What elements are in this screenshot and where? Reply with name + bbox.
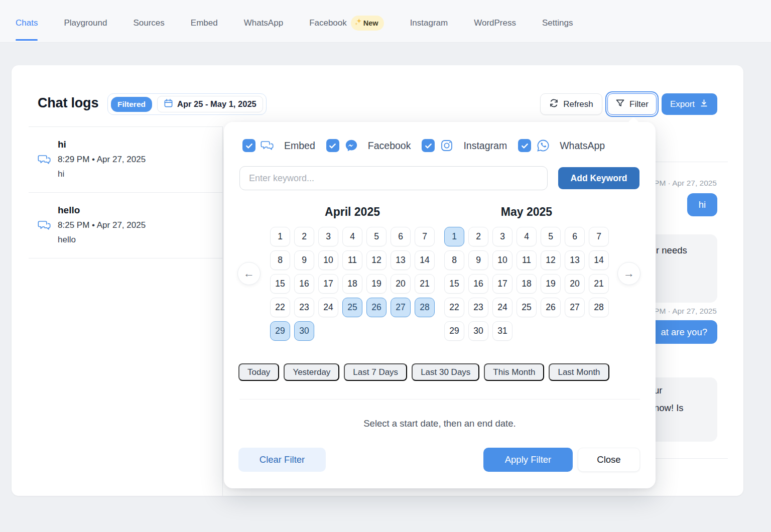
channel-label: Embed xyxy=(284,140,315,152)
calendar-day-cell[interactable]: 4 xyxy=(517,227,537,246)
calendar-day-cell[interactable]: 9 xyxy=(468,250,488,270)
calendar-day-cell[interactable]: 14 xyxy=(589,250,609,270)
calendar-day-cell[interactable]: 20 xyxy=(391,274,411,294)
calendar-day-cell[interactable]: 27 xyxy=(391,298,411,317)
calendar-day-cell[interactable]: 23 xyxy=(468,298,488,317)
nav-tab-whatsapp[interactable]: WhatsApp xyxy=(244,18,283,29)
nav-tab-settings[interactable]: Settings xyxy=(542,18,573,29)
calendar-day-cell[interactable]: 14 xyxy=(415,250,435,270)
calendar-day-cell[interactable]: 9 xyxy=(294,250,314,270)
refresh-button[interactable]: Refresh xyxy=(540,93,602,115)
nav-tab-playground[interactable]: Playground xyxy=(64,18,107,29)
clear-filter-button[interactable]: Clear Filter xyxy=(238,448,326,472)
calendar-day-cell[interactable]: 21 xyxy=(589,274,609,294)
calendar-day-cell[interactable]: 11 xyxy=(517,250,537,270)
keyword-input[interactable] xyxy=(239,166,548,190)
calendar-day-cell[interactable]: 26 xyxy=(366,298,387,317)
calendar-day-cell[interactable]: 13 xyxy=(565,250,585,270)
calendar-day-cell[interactable]: 30 xyxy=(468,321,488,341)
calendar-day-cell[interactable]: 18 xyxy=(342,274,362,294)
quick-range-today[interactable]: Today xyxy=(238,363,279,381)
close-button[interactable]: Close xyxy=(578,448,640,472)
calendar-day-cell[interactable]: 1 xyxy=(444,227,464,246)
calendar-day-cell[interactable]: 3 xyxy=(318,227,338,246)
calendar-day-cell[interactable]: 28 xyxy=(589,298,609,317)
calendar-day-cell[interactable]: 1 xyxy=(270,227,290,246)
calendar-day-cell[interactable]: 24 xyxy=(492,298,512,317)
quick-range-yesterday[interactable]: Yesterday xyxy=(284,363,339,381)
calendar-day-cell[interactable]: 30 xyxy=(294,321,314,341)
calendar-next-button[interactable]: → xyxy=(617,262,640,285)
calendar-day-cell[interactable]: 17 xyxy=(318,274,338,294)
calendar-day-cell[interactable]: 8 xyxy=(270,250,290,270)
chat-row-title: hello xyxy=(58,205,146,216)
calendar-day-cell[interactable]: 21 xyxy=(415,274,435,294)
add-keyword-button[interactable]: Add Keyword xyxy=(558,167,639,189)
date-hint-text: Select a start date, then an end date. xyxy=(224,418,656,429)
calendar-day-cell[interactable]: 7 xyxy=(589,227,609,246)
quick-range-last-30-days[interactable]: Last 30 Days xyxy=(412,363,479,381)
calendar-day-cell[interactable]: 25 xyxy=(342,298,362,317)
export-button[interactable]: Export xyxy=(662,93,717,115)
calendar-day-cell[interactable]: 3 xyxy=(492,227,512,246)
calendar-day-cell[interactable]: 8 xyxy=(444,250,464,270)
calendar-grid-may: 1234567891011121314151617181920212223242… xyxy=(444,227,609,341)
calendar-day-cell[interactable]: 18 xyxy=(517,274,537,294)
calendar-day-cell[interactable]: 6 xyxy=(565,227,585,246)
quick-range-last-month[interactable]: Last Month xyxy=(549,363,609,381)
channel-checkbox[interactable] xyxy=(518,139,531,152)
filter-button[interactable]: Filter xyxy=(607,93,657,115)
calendar-day-cell[interactable]: 28 xyxy=(415,298,435,317)
calendar-day-cell[interactable]: 29 xyxy=(444,321,464,341)
calendar-day-cell[interactable]: 15 xyxy=(270,274,290,294)
chat-list-item[interactable]: hello8:25 PM • Apr 27, 2025hello xyxy=(29,193,222,258)
calendar-day-cell[interactable]: 6 xyxy=(391,227,411,246)
calendar-day-cell[interactable]: 23 xyxy=(294,298,314,317)
calendar-day-cell[interactable]: 5 xyxy=(541,227,561,246)
quick-range-last-7-days[interactable]: Last 7 Days xyxy=(344,363,407,381)
calendar-month-title: April 2025 xyxy=(270,205,435,219)
calendar-day-cell[interactable]: 5 xyxy=(366,227,387,246)
calendar-day-cell[interactable]: 27 xyxy=(565,298,585,317)
calendar-day-cell[interactable]: 19 xyxy=(366,274,387,294)
channel-checkbox[interactable] xyxy=(242,139,255,152)
calendar-day-cell[interactable]: 7 xyxy=(415,227,435,246)
calendar-day-cell[interactable]: 11 xyxy=(342,250,362,270)
nav-tab-embed[interactable]: Embed xyxy=(191,18,218,29)
calendar-day-cell[interactable]: 24 xyxy=(318,298,338,317)
calendar-day-cell[interactable]: 22 xyxy=(444,298,464,317)
calendar-day-cell[interactable]: 4 xyxy=(342,227,362,246)
nav-tab-chats[interactable]: Chats xyxy=(16,18,38,29)
calendar-day-cell[interactable]: 22 xyxy=(270,298,290,317)
date-range-chip[interactable]: Apr 25 - May 1, 2025 xyxy=(157,96,263,112)
calendar-day-cell[interactable]: 31 xyxy=(492,321,512,341)
calendar-day-cell[interactable]: 12 xyxy=(541,250,561,270)
nav-tab-facebook[interactable]: FacebookNew xyxy=(309,16,384,31)
calendar-day-cell[interactable]: 25 xyxy=(517,298,537,317)
calendar-day-cell[interactable]: 15 xyxy=(444,274,464,294)
calendar-day-cell[interactable]: 29 xyxy=(270,321,290,341)
calendar-day-cell[interactable]: 26 xyxy=(541,298,561,317)
chat-list-item[interactable]: hi8:29 PM • Apr 27, 2025hi xyxy=(29,127,222,193)
apply-filter-button[interactable]: Apply Filter xyxy=(483,448,573,472)
nav-tab-instagram[interactable]: Instagram xyxy=(410,18,448,29)
nav-tab-sources[interactable]: Sources xyxy=(133,18,164,29)
calendar-day-cell[interactable]: 2 xyxy=(468,227,488,246)
calendar-day-cell[interactable]: 2 xyxy=(294,227,314,246)
quick-range-this-month[interactable]: This Month xyxy=(484,363,544,381)
channel-checkbox[interactable] xyxy=(326,139,339,152)
nav-tab-wordpress[interactable]: WordPress xyxy=(474,18,516,29)
calendar-day-cell[interactable]: 13 xyxy=(391,250,411,270)
calendar-prev-button[interactable]: ← xyxy=(237,262,261,285)
calendar-day-cell[interactable]: 12 xyxy=(366,250,387,270)
calendar-day-cell[interactable]: 16 xyxy=(468,274,488,294)
calendar-day-cell[interactable]: 17 xyxy=(492,274,512,294)
calendar-day-cell[interactable]: 19 xyxy=(541,274,561,294)
calendar-day-cell[interactable]: 16 xyxy=(294,274,314,294)
calendar-day-cell[interactable]: 10 xyxy=(492,250,512,270)
channel-filter-whatsapp: WhatsApp xyxy=(518,139,605,153)
calendar-day-cell[interactable]: 20 xyxy=(565,274,585,294)
channel-checkbox[interactable] xyxy=(422,139,435,152)
chat-row-timestamp: 8:25 PM • Apr 27, 2025 xyxy=(58,220,146,230)
calendar-day-cell[interactable]: 10 xyxy=(318,250,338,270)
